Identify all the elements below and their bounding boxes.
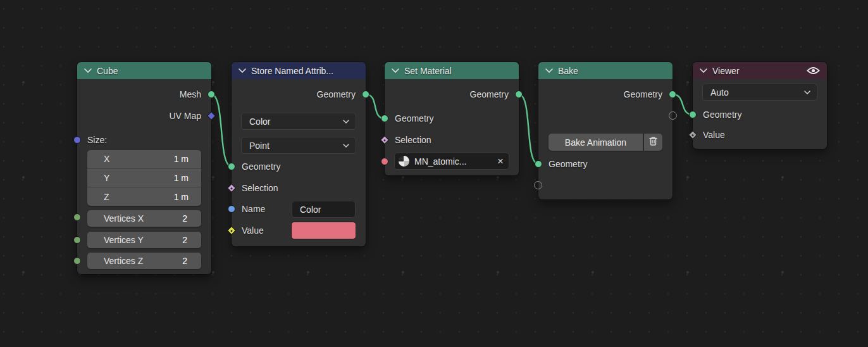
chevron-down-icon — [343, 144, 349, 148]
input-label-geometry: Geometry — [395, 112, 433, 125]
node-bake-header[interactable]: Bake — [538, 62, 673, 79]
node-store-named-attribute[interactable]: Store Named Attrib... Geometry Color Poi… — [232, 62, 366, 246]
socket-output-geometry[interactable] — [515, 91, 523, 98]
socket-input-geometry[interactable] — [228, 163, 235, 170]
node-title: Bake — [558, 66, 666, 76]
dropdown-value: Color — [249, 117, 343, 127]
name-text-input[interactable]: Color — [292, 201, 356, 218]
socket-input-geometry[interactable] — [381, 115, 388, 122]
material-selector[interactable]: MN_atomic... × — [394, 153, 509, 170]
value-color-swatch[interactable] — [292, 222, 356, 239]
node-viewer[interactable]: Viewer Auto Geometry Value — [693, 62, 827, 149]
socket-input-vertices-z[interactable] — [73, 257, 81, 265]
x-icon[interactable]: × — [497, 156, 504, 167]
socket-input-extend[interactable] — [534, 181, 542, 189]
node-title: Viewer — [712, 66, 802, 76]
link-setmaterial-to-bake[interactable] — [519, 94, 538, 164]
field-value: 1 m — [174, 192, 189, 202]
link-cube-to-store[interactable] — [211, 94, 232, 167]
field-value: 2 — [182, 256, 187, 266]
node-store-header[interactable]: Store Named Attrib... — [232, 62, 366, 79]
input-label-selection: Selection — [395, 134, 431, 146]
vertices-z-field[interactable]: Vertices Z 2 — [87, 253, 201, 269]
socket-input-size[interactable] — [73, 136, 81, 144]
input-label-geometry: Geometry — [242, 160, 280, 173]
domain-dropdown[interactable]: Point — [241, 137, 356, 154]
trash-icon — [648, 136, 658, 148]
bake-animation-button[interactable]: Bake Animation — [549, 134, 643, 151]
chevron-down-icon — [343, 120, 349, 123]
bake-button-label: Bake Animation — [565, 137, 626, 148]
node-set-material[interactable]: Set Material Geometry Geometry Selection… — [385, 62, 519, 175]
chevron-down-icon[interactable] — [239, 68, 246, 73]
field-value: 1 m — [174, 173, 189, 183]
node-cube-header[interactable]: Cube — [77, 62, 211, 79]
size-y-field[interactable]: Y 1 m — [87, 168, 201, 187]
viewer-mode-dropdown[interactable]: Auto — [702, 84, 817, 101]
field-label: X — [104, 154, 109, 164]
input-label-size: Size: — [87, 134, 107, 146]
field-value: 2 — [182, 235, 187, 245]
eye-icon[interactable] — [807, 66, 820, 75]
node-title: Cube — [97, 66, 204, 76]
output-label-geometry: Geometry — [317, 88, 356, 101]
bake-button-bar: Bake Animation — [549, 134, 662, 151]
socket-input-name[interactable] — [228, 205, 235, 213]
socket-output-mesh[interactable] — [208, 91, 215, 98]
socket-input-vertices-x[interactable] — [73, 213, 81, 221]
input-label-geometry: Geometry — [703, 108, 741, 121]
socket-input-geometry[interactable] — [689, 111, 697, 118]
node-set-material-header[interactable]: Set Material — [385, 62, 519, 79]
chevron-down-icon[interactable] — [545, 68, 553, 73]
dropdown-value: Auto — [710, 87, 804, 98]
chevron-down-icon[interactable] — [700, 68, 707, 73]
chevron-down-icon[interactable] — [392, 68, 399, 73]
node-cube[interactable]: Cube Mesh UV Map Size: X 1 m Y 1 m Z 1 m… — [77, 62, 211, 274]
name-text-value: Color — [300, 205, 321, 215]
field-label: Y — [104, 173, 109, 183]
delete-bake-button[interactable] — [644, 134, 662, 151]
field-value: 2 — [182, 213, 187, 224]
socket-input-geometry[interactable] — [535, 160, 542, 168]
input-label-name: Name — [242, 203, 265, 215]
socket-output-geometry[interactable] — [669, 91, 676, 98]
size-z-field[interactable]: Z 1 m — [87, 187, 201, 206]
field-value: 1 m — [174, 154, 189, 164]
node-title: Set Material — [404, 66, 512, 76]
field-label: Vertices Y — [104, 235, 144, 245]
input-label-geometry: Geometry — [549, 158, 587, 170]
material-sphere-icon — [399, 156, 409, 167]
material-name: MN_atomic... — [414, 156, 492, 167]
vertices-x-field[interactable]: Vertices X 2 — [87, 210, 201, 227]
dropdown-value: Point — [249, 141, 343, 151]
output-label-mesh: Mesh — [180, 88, 201, 101]
node-viewer-header[interactable]: Viewer — [693, 62, 827, 79]
vertices-y-field[interactable]: Vertices Y 2 — [87, 232, 201, 248]
socket-output-extend[interactable] — [669, 111, 677, 120]
node-title: Store Named Attrib... — [251, 66, 359, 76]
node-bake[interactable]: Bake Geometry Bake Animation Geometry — [538, 62, 673, 199]
output-label-geometry: Geometry — [470, 88, 509, 101]
output-label-geometry: Geometry — [624, 88, 662, 101]
socket-input-material[interactable] — [381, 158, 388, 165]
size-vector-fields: X 1 m Y 1 m Z 1 m — [87, 150, 201, 206]
field-label: Z — [104, 192, 109, 202]
chevron-down-icon[interactable] — [84, 68, 92, 73]
chevron-down-icon — [804, 91, 810, 94]
field-label: Vertices Z — [104, 256, 143, 266]
data-type-dropdown[interactable]: Color — [241, 113, 356, 130]
size-x-field[interactable]: X 1 m — [87, 150, 201, 168]
input-label-value: Value — [703, 129, 725, 141]
output-label-uv-map: UV Map — [169, 110, 201, 122]
socket-input-vertices-y[interactable] — [73, 236, 81, 244]
socket-output-geometry[interactable] — [362, 91, 369, 98]
node-editor-canvas[interactable]: Cube Mesh UV Map Size: X 1 m Y 1 m Z 1 m… — [0, 0, 868, 347]
input-label-value: Value — [242, 224, 264, 237]
field-label: Vertices X — [104, 213, 144, 224]
input-label-selection: Selection — [242, 182, 278, 194]
